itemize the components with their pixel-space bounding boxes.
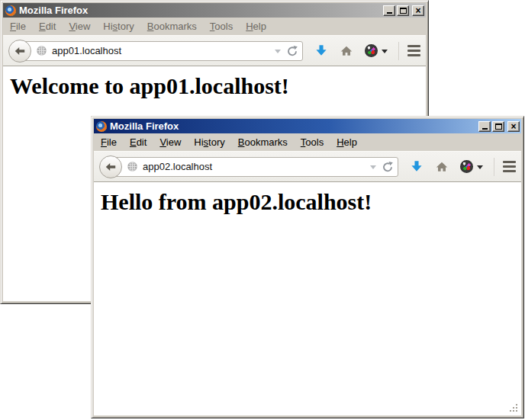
download-button[interactable] [410,160,424,173]
maximize-button[interactable] [492,121,504,132]
reload-button[interactable] [285,44,299,58]
menu-item-history[interactable]: History [98,18,139,34]
resize-grip[interactable] [509,403,519,413]
url-bar[interactable]: app02.localhost [110,157,398,177]
window-controls: × [383,5,424,16]
menu-bar: File Edit View History Bookmarks Tools H… [94,133,521,151]
maximize-button[interactable] [397,5,409,16]
home-button[interactable] [435,161,449,173]
reload-icon [382,161,394,173]
url-text: app02.localhost [143,161,366,172]
menu-item-help[interactable]: Help [331,134,362,150]
close-button[interactable]: × [412,5,424,16]
minimize-icon [387,12,392,14]
home-icon [435,161,449,173]
titlebar[interactable]: Mozilla Firefox × [94,119,521,133]
menu-item-help[interactable]: Help [240,18,272,34]
menu-item-tools[interactable]: Tools [205,18,238,34]
menu-item-tools[interactable]: Tools [295,134,329,150]
maximize-icon [495,123,502,130]
reload-icon [286,45,298,57]
chevron-down-icon [382,50,388,56]
desktop: Mozilla Firefox × File Edit View History… [0,0,525,420]
addon-button[interactable] [365,44,388,57]
navigation-toolbar: app02.localhost [94,151,521,182]
globe-icon [36,45,47,56]
page-heading: Welcome to app01.localhost! [3,73,426,99]
globe-icon [127,161,138,172]
color-lens-icon [460,160,473,173]
page-heading: Hello from app02.localhost! [94,189,521,215]
window-title: Mozilla Firefox [110,120,475,132]
home-icon [340,45,353,57]
window-controls: × [478,121,520,132]
menu-item-history[interactable]: History [188,134,230,150]
menu-item-file[interactable]: File [95,134,122,150]
menu-item-edit[interactable]: Edit [124,134,152,150]
addon-button[interactable] [460,160,483,173]
home-button[interactable] [340,45,353,57]
toolbar-separator [494,158,495,176]
menu-item-file[interactable]: File [5,18,31,34]
back-button[interactable] [99,155,122,178]
reload-button[interactable] [381,160,395,174]
menu-bar: File Edit View History Bookmarks Tools H… [3,18,426,35]
close-button[interactable]: × [507,121,520,132]
maximize-icon [400,8,407,14]
navigation-toolbar: app01.localhost [3,35,426,66]
menu-item-view[interactable]: View [63,18,95,34]
url-bar[interactable]: app01.localhost [19,41,303,61]
back-button[interactable] [8,40,31,63]
menu-item-edit[interactable]: Edit [34,18,61,34]
download-button[interactable] [314,44,328,57]
hamburger-icon [407,45,420,47]
toolbar-separator [398,42,400,60]
firefox-window-app02: Mozilla Firefox × File Edit View History… [91,116,524,418]
hamburger-icon [503,161,516,163]
app-menu-button[interactable] [407,45,420,56]
back-arrow-icon [105,161,117,173]
back-arrow-icon [14,45,26,57]
download-icon [314,44,328,57]
minimize-button[interactable] [478,121,491,132]
minimize-button[interactable] [383,5,395,16]
chevron-down-icon [477,165,483,172]
app-menu-button[interactable] [503,161,516,172]
firefox-logo-icon [5,5,16,16]
color-lens-icon [365,44,378,57]
menu-item-bookmarks[interactable]: Bookmarks [233,134,293,150]
url-text: app01.localhost [52,45,270,56]
titlebar[interactable]: Mozilla Firefox × [3,3,426,18]
window-title: Mozilla Firefox [19,5,380,16]
urlbar-history-dropdown-icon[interactable] [370,165,376,172]
menu-item-view[interactable]: View [154,134,186,150]
firefox-logo-icon [96,121,107,132]
menu-item-bookmarks[interactable]: Bookmarks [142,18,202,34]
urlbar-history-dropdown-icon[interactable] [275,50,281,56]
minimize-icon [482,128,488,130]
download-icon [410,160,424,173]
page-content: Hello from app02.localhost! [94,182,521,415]
